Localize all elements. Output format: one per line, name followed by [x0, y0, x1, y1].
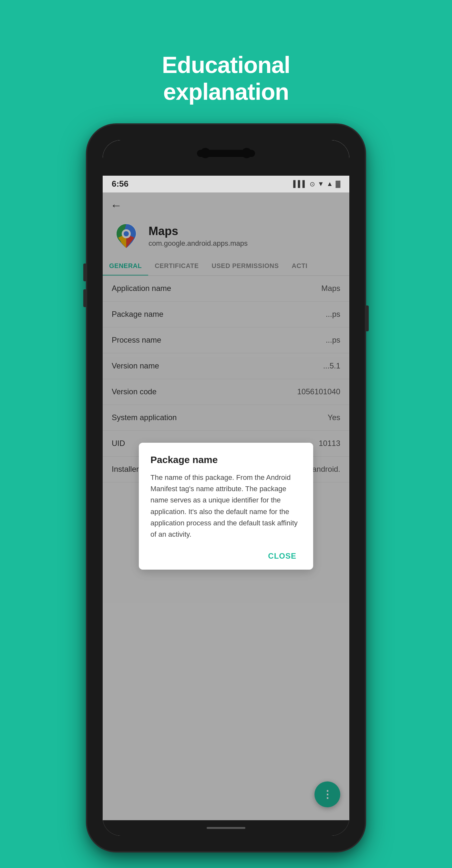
signal-icon: ▌▌▌	[293, 180, 307, 188]
network-icon: ▲	[327, 180, 333, 188]
dialog-body: The name of this package. From the Andro…	[151, 472, 301, 540]
dialog-box: Package name The name of this package. F…	[139, 443, 313, 569]
status-time: 6:56	[112, 179, 129, 189]
notch-bar	[103, 140, 349, 176]
page-title: Educationalexplanation	[0, 52, 452, 105]
app-content: ←	[103, 192, 349, 820]
camera-lens-right	[241, 148, 252, 158]
status-bar: 6:56 ▌▌▌ ⊙ ▼ ▲ ▓	[103, 176, 349, 192]
power-button	[365, 306, 369, 331]
dialog-close-button[interactable]: CLOSE	[263, 549, 301, 563]
volume-up-button	[83, 264, 87, 281]
home-indicator	[103, 820, 349, 836]
phone-device: 6:56 ▌▌▌ ⊙ ▼ ▲ ▓ ←	[87, 125, 365, 851]
dialog-actions: CLOSE	[151, 549, 301, 563]
data-icon: ⊙	[310, 180, 315, 188]
status-icons: ▌▌▌ ⊙ ▼ ▲ ▓	[293, 180, 340, 188]
dialog-overlay: Package name The name of this package. F…	[103, 192, 349, 820]
phone-screen: 6:56 ▌▌▌ ⊙ ▼ ▲ ▓ ←	[103, 140, 349, 836]
battery-icon: ▓	[335, 180, 340, 188]
home-bar	[206, 827, 246, 829]
page-header: Educationalexplanation	[0, 26, 452, 105]
wifi-icon: ▼	[318, 180, 324, 188]
volume-down-button	[83, 289, 87, 307]
dialog-title: Package name	[151, 454, 301, 465]
